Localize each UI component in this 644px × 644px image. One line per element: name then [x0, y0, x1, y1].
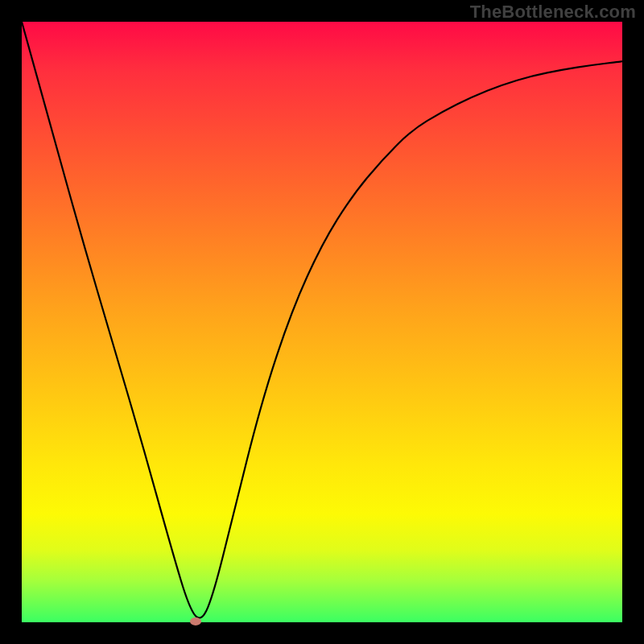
bottleneck-curve: [22, 22, 622, 618]
curve-svg: [22, 22, 622, 622]
chart-frame: TheBottleneck.com: [0, 0, 644, 644]
plot-area: [22, 22, 622, 622]
min-marker: [190, 617, 201, 625]
watermark-text: TheBottleneck.com: [470, 2, 636, 23]
